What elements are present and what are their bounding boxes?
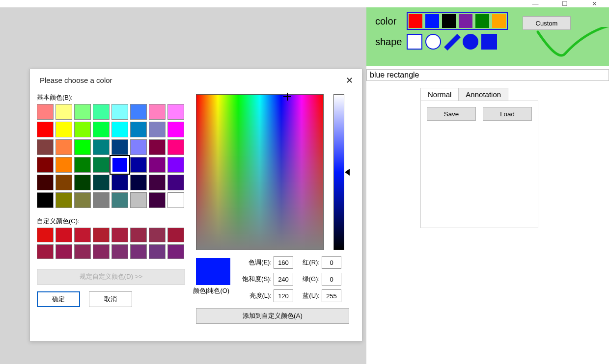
- custom-color-swatch[interactable]: [111, 228, 128, 242]
- shape-circle-outline[interactable]: [425, 34, 441, 50]
- basic-color-swatch[interactable]: [130, 139, 147, 155]
- custom-color-swatch[interactable]: [167, 244, 184, 259]
- basic-color-swatch[interactable]: [167, 192, 184, 208]
- luminance-slider-icon[interactable]: [345, 169, 350, 176]
- custom-color-swatch[interactable]: [37, 244, 54, 259]
- shape-square-fill[interactable]: [481, 34, 497, 50]
- basic-color-swatch[interactable]: [149, 104, 166, 120]
- basic-color-swatch[interactable]: [167, 157, 184, 173]
- basic-color-swatch[interactable]: [74, 157, 91, 173]
- basic-color-swatch[interactable]: [167, 175, 184, 190]
- basic-color-swatch[interactable]: [55, 104, 72, 120]
- color-label: color: [366, 16, 405, 27]
- basic-color-swatch[interactable]: [93, 139, 110, 155]
- basic-color-swatch[interactable]: [111, 122, 128, 137]
- shape-diagonal-line[interactable]: [444, 34, 460, 50]
- cancel-button[interactable]: 取消: [89, 291, 132, 307]
- blue-input[interactable]: [322, 289, 341, 302]
- green-input[interactable]: [322, 273, 341, 286]
- basic-color-swatch[interactable]: [55, 139, 72, 155]
- basic-color-swatch[interactable]: [55, 192, 72, 208]
- load-button[interactable]: Load: [483, 107, 532, 121]
- custom-color-swatch[interactable]: [149, 228, 166, 242]
- basic-color-swatch[interactable]: [130, 175, 147, 190]
- custom-color-swatch[interactable]: [93, 228, 110, 242]
- basic-color-swatch[interactable]: [130, 122, 147, 137]
- basic-color-swatch[interactable]: [37, 175, 54, 190]
- basic-color-swatch[interactable]: [111, 139, 128, 155]
- basic-color-swatch[interactable]: [149, 175, 166, 190]
- basic-color-swatch[interactable]: [93, 157, 110, 173]
- maximize-button[interactable]: ☐: [550, 0, 580, 7]
- basic-color-swatch[interactable]: [93, 104, 110, 120]
- basic-color-swatch[interactable]: [37, 139, 54, 155]
- dialog-close-button[interactable]: ✕: [342, 75, 356, 89]
- basic-color-swatch[interactable]: [167, 104, 184, 120]
- basic-color-swatch[interactable]: [111, 157, 128, 173]
- basic-color-swatch[interactable]: [74, 139, 91, 155]
- color-swatch[interactable]: [409, 14, 422, 28]
- save-button[interactable]: Save: [427, 107, 476, 121]
- basic-color-swatch[interactable]: [149, 139, 166, 155]
- add-to-custom-button[interactable]: 添加到自定义颜色(A): [196, 308, 349, 324]
- custom-color-swatch[interactable]: [130, 228, 147, 242]
- window-close-button[interactable]: ✕: [580, 0, 609, 7]
- color-swatch[interactable]: [425, 14, 439, 28]
- basic-color-swatch[interactable]: [93, 192, 110, 208]
- custom-color-swatch[interactable]: [130, 244, 147, 259]
- tab-normal[interactable]: Normal: [420, 88, 459, 101]
- basic-color-swatch[interactable]: [130, 192, 147, 208]
- basic-color-swatch[interactable]: [74, 122, 91, 137]
- basic-color-swatch[interactable]: [167, 139, 184, 155]
- custom-color-swatch[interactable]: [37, 228, 54, 242]
- lum-input[interactable]: [274, 289, 293, 302]
- custom-color-swatch[interactable]: [55, 228, 72, 242]
- custom-color-swatch[interactable]: [93, 244, 110, 259]
- custom-colors-label: 自定义颜色(C):: [37, 217, 193, 226]
- basic-color-swatch[interactable]: [111, 104, 128, 120]
- custom-color-swatch[interactable]: [55, 244, 72, 259]
- sat-input[interactable]: [274, 273, 293, 286]
- luminance-bar[interactable]: [333, 94, 344, 250]
- basic-color-swatch[interactable]: [111, 192, 128, 208]
- basic-color-swatch[interactable]: [93, 122, 110, 137]
- color-swatch[interactable]: [475, 14, 489, 28]
- lum-label: 亮度(L):: [238, 291, 274, 300]
- custom-color-swatch[interactable]: [167, 228, 184, 242]
- color-swatch[interactable]: [492, 14, 506, 28]
- custom-color-swatch[interactable]: [74, 228, 91, 242]
- basic-color-swatch[interactable]: [37, 192, 54, 208]
- shape-square-outline[interactable]: [407, 34, 422, 50]
- basic-color-swatch[interactable]: [74, 175, 91, 190]
- basic-color-swatch[interactable]: [93, 175, 110, 190]
- basic-color-swatch[interactable]: [74, 104, 91, 120]
- basic-color-swatch[interactable]: [55, 175, 72, 190]
- custom-color-swatch[interactable]: [149, 244, 166, 259]
- basic-color-swatch[interactable]: [149, 122, 166, 137]
- custom-color-button[interactable]: Custom: [523, 16, 571, 30]
- basic-color-swatch[interactable]: [55, 122, 72, 137]
- basic-color-swatch[interactable]: [149, 157, 166, 173]
- basic-color-swatch[interactable]: [130, 104, 147, 120]
- custom-color-swatch[interactable]: [74, 244, 91, 259]
- custom-color-swatch[interactable]: [111, 244, 128, 259]
- minimize-button[interactable]: —: [521, 0, 550, 7]
- basic-color-swatch[interactable]: [167, 122, 184, 137]
- shape-circle-fill[interactable]: [463, 34, 478, 50]
- basic-color-swatch[interactable]: [55, 157, 72, 173]
- ok-button[interactable]: 确定: [37, 291, 80, 307]
- hue-input[interactable]: [274, 256, 293, 269]
- tab-annotation[interactable]: Annotation: [458, 88, 508, 101]
- basic-color-swatch[interactable]: [74, 192, 91, 208]
- basic-color-swatch[interactable]: [130, 157, 147, 173]
- red-input[interactable]: [322, 256, 341, 269]
- basic-color-swatch[interactable]: [149, 192, 166, 208]
- color-swatch[interactable]: [459, 14, 472, 28]
- basic-color-swatch[interactable]: [37, 157, 54, 173]
- color-swatch[interactable]: [442, 14, 456, 28]
- sat-label: 饱和度(S):: [238, 275, 274, 284]
- basic-color-swatch[interactable]: [111, 175, 128, 190]
- basic-color-swatch[interactable]: [37, 104, 54, 120]
- basic-color-swatch[interactable]: [37, 122, 54, 137]
- color-field[interactable]: [196, 94, 324, 250]
